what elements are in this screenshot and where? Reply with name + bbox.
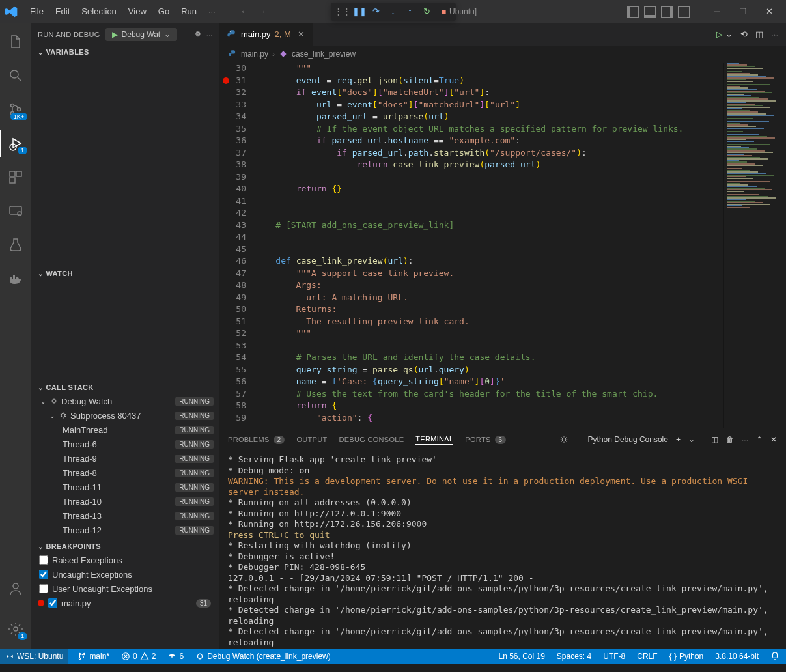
- section-callstack[interactable]: ⌄ CALL STACK: [31, 381, 219, 394]
- editor-body[interactable]: 3031323334353637383940414243444546474849…: [219, 63, 786, 428]
- callstack-row[interactable]: Thread-10RUNNING: [31, 494, 219, 509]
- breakpoint-option[interactable]: Raised Exceptions: [31, 553, 219, 567]
- menu-view[interactable]: View: [123, 4, 152, 19]
- window-maximize-button[interactable]: ☐: [731, 3, 755, 21]
- chevron-up-icon[interactable]: ⌃: [756, 435, 763, 444]
- debug-alt-icon[interactable]: ⟲: [740, 29, 748, 39]
- chevron-down-icon[interactable]: ⌄: [725, 29, 733, 39]
- step-out-button[interactable]: ↑: [402, 4, 418, 20]
- callstack-row[interactable]: MainThreadRUNNING: [31, 423, 219, 437]
- more-icon[interactable]: ···: [771, 29, 778, 39]
- checkbox[interactable]: [39, 570, 48, 579]
- menu-file[interactable]: File: [25, 4, 49, 19]
- section-variables[interactable]: ⌄ VARIABLES: [31, 46, 219, 59]
- breakpoint-option[interactable]: User Uncaught Exceptions: [31, 581, 219, 596]
- activity-remote[interactable]: [0, 197, 31, 225]
- activity-account[interactable]: [0, 575, 31, 602]
- status-indentation[interactable]: Spaces: 4: [554, 652, 594, 661]
- panel-tab-output[interactable]: OUTPUT: [296, 436, 327, 443]
- breadcrumb-bar[interactable]: main.py › case_link_preview: [219, 46, 786, 63]
- status-interpreter[interactable]: 3.8.10 64-bit: [712, 652, 761, 661]
- callstack-row[interactable]: Thread-6RUNNING: [31, 437, 219, 451]
- breadcrumb-file[interactable]: main.py: [241, 49, 268, 59]
- split-terminal-icon[interactable]: ◫: [711, 435, 718, 444]
- step-over-button[interactable]: ↷: [369, 4, 384, 20]
- activity-testing[interactable]: [0, 231, 31, 259]
- activity-extensions[interactable]: [0, 163, 31, 191]
- menu-more[interactable]: ···: [203, 4, 221, 19]
- activity-settings[interactable]: 1: [0, 615, 31, 643]
- trash-icon[interactable]: 🗑: [726, 435, 734, 444]
- terminal-profile-name[interactable]: Python Debug Console: [576, 435, 668, 445]
- callstack-row[interactable]: Thread-8RUNNING: [31, 466, 219, 480]
- layout-customize-icon[interactable]: [678, 6, 690, 18]
- status-notifications-icon[interactable]: [768, 652, 782, 661]
- callstack-row[interactable]: Thread-12RUNNING: [31, 523, 219, 537]
- activity-run-debug[interactable]: 1: [0, 130, 31, 157]
- more-icon[interactable]: ···: [742, 435, 748, 444]
- pause-button[interactable]: ❚❚: [352, 4, 367, 20]
- status-debug-session[interactable]: Debug Watch (create_link_preview): [193, 652, 333, 661]
- callstack-row[interactable]: Thread-11RUNNING: [31, 480, 219, 494]
- status-ports[interactable]: 6: [165, 652, 186, 661]
- callstack-row[interactable]: Thread-9RUNNING: [31, 451, 219, 466]
- menu-go[interactable]: Go: [153, 4, 175, 19]
- section-breakpoints[interactable]: ⌄ BREAKPOINTS: [31, 540, 219, 553]
- step-into-button[interactable]: ↓: [386, 4, 401, 20]
- panel-tab-ports[interactable]: PORTS 6: [465, 436, 506, 444]
- layout-panel-bottom-icon[interactable]: [644, 6, 656, 18]
- status-problems[interactable]: 0 2: [119, 652, 158, 661]
- activity-explorer[interactable]: [0, 28, 31, 55]
- run-file-button[interactable]: ▷: [716, 29, 723, 39]
- callstack-row[interactable]: Thread-13RUNNING: [31, 509, 219, 523]
- callstack-row[interactable]: ⌄Debug WatchRUNNING: [31, 394, 219, 408]
- more-icon[interactable]: ···: [206, 31, 212, 38]
- activity-docker[interactable]: [0, 265, 31, 292]
- drag-handle-icon[interactable]: ⋮⋮: [335, 4, 350, 20]
- tab-main-py[interactable]: main.py 2, M ✕: [219, 23, 313, 46]
- line-number-gutter[interactable]: 3031323334353637383940414243444546474849…: [219, 63, 255, 428]
- breadcrumb-symbol[interactable]: case_link_preview: [292, 49, 356, 59]
- status-language[interactable]: { }Python: [667, 652, 707, 661]
- window-minimize-button[interactable]: ─: [705, 3, 729, 21]
- nav-forward-icon[interactable]: →: [258, 7, 266, 16]
- menu-run[interactable]: Run: [176, 4, 202, 19]
- terminal-output[interactable]: * Serving Flask app 'create_link_preview…: [219, 451, 786, 649]
- minimap[interactable]: [723, 63, 786, 428]
- callstack-row[interactable]: ⌄Subprocess 80437RUNNING: [31, 408, 219, 423]
- breakpoint-file[interactable]: main.py31: [31, 596, 219, 610]
- breakpoint-option[interactable]: Uncaught Exceptions: [31, 567, 219, 581]
- activity-source-control[interactable]: 1K+: [0, 96, 31, 123]
- activity-search[interactable]: [0, 62, 31, 89]
- checkbox[interactable]: [39, 584, 48, 593]
- checkbox[interactable]: [39, 555, 48, 565]
- checkbox[interactable]: [48, 598, 57, 608]
- panel-tab-debug-console[interactable]: DEBUG CONSOLE: [339, 436, 404, 443]
- status-cursor-position[interactable]: Ln 56, Col 19: [496, 652, 547, 661]
- nav-back-icon[interactable]: ←: [240, 7, 249, 16]
- menu-edit[interactable]: Edit: [50, 4, 75, 19]
- window-close-button[interactable]: ✕: [757, 3, 781, 21]
- restart-button[interactable]: ↻: [419, 4, 435, 20]
- debug-config-selector[interactable]: ▶ Debug Wat ⌄: [105, 28, 178, 41]
- panel-tab-terminal[interactable]: TERMINAL: [415, 435, 453, 445]
- close-panel-icon[interactable]: ✕: [770, 435, 777, 444]
- layout-sidebar-right-icon[interactable]: [661, 6, 673, 18]
- bottom-panel: PROBLEMS 2 OUTPUT DEBUG CONSOLE TERMINAL…: [219, 428, 786, 649]
- breakpoint-dot-icon[interactable]: [223, 77, 229, 84]
- status-remote[interactable]: WSL: Ubuntu: [0, 649, 68, 664]
- layout-sidebar-left-icon[interactable]: [627, 6, 639, 18]
- menu-selection[interactable]: Selection: [76, 4, 121, 19]
- svg-rect-5: [10, 171, 15, 176]
- status-eol[interactable]: CRLF: [634, 652, 660, 661]
- code-area[interactable]: """ event = req.get_json(silent=True) if…: [255, 63, 723, 428]
- add-terminal-icon[interactable]: +: [676, 435, 681, 444]
- split-editor-icon[interactable]: ◫: [755, 29, 763, 39]
- section-watch[interactable]: ⌄ WATCH: [31, 267, 219, 280]
- panel-tab-problems[interactable]: PROBLEMS 2: [228, 436, 285, 444]
- chevron-down-icon[interactable]: ⌄: [688, 435, 695, 444]
- gear-icon[interactable]: ⚙: [195, 30, 201, 38]
- status-branch[interactable]: main*: [75, 652, 112, 661]
- status-encoding[interactable]: UTF-8: [600, 652, 628, 661]
- tab-close-icon[interactable]: ✕: [298, 29, 305, 39]
